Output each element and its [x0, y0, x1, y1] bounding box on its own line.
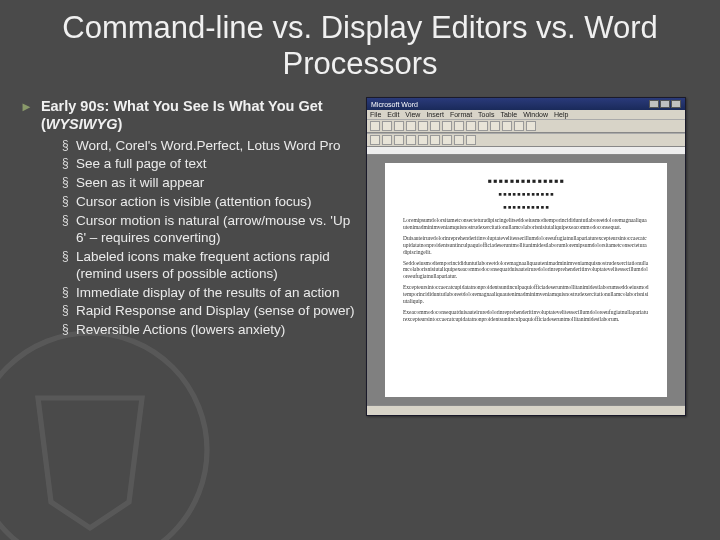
- list-item: Word, Corel's Word.Perfect, Lotus Word P…: [62, 138, 360, 155]
- menu-item: Help: [554, 111, 568, 118]
- toolbar-button-icon: [406, 135, 416, 145]
- list-item: Cursor motion is natural (arrow/mouse vs…: [62, 213, 360, 247]
- word-format-toolbar: [367, 133, 685, 147]
- slide: Command-line vs. Display Editors vs. Wor…: [0, 0, 720, 540]
- toolbar-button-icon: [370, 121, 380, 131]
- word-menubar: File Edit View Insert Format Tools Table…: [367, 110, 685, 119]
- toolbar-button-icon: [478, 121, 488, 131]
- toolbar-button-icon: [466, 121, 476, 131]
- minimize-icon: [649, 100, 659, 108]
- slide-title: Command-line vs. Display Editors vs. Wor…: [20, 10, 700, 81]
- list-item: Reversible Actions (lowers anxiety): [62, 322, 360, 339]
- toolbar-button-icon: [370, 135, 380, 145]
- toolbar-button-icon: [394, 121, 404, 131]
- menu-item: Insert: [426, 111, 444, 118]
- document-paragraph: Excepteursintoccaecatcupidatatnonproiden…: [403, 284, 649, 305]
- toolbar-button-icon: [502, 121, 512, 131]
- list-item: Seen as it will appear: [62, 175, 360, 192]
- heading-bullet: ► Early 90s: What You See Is What You Ge…: [20, 97, 360, 133]
- document-paragraph: Duisauteiruredolorinreprehenderitinvolup…: [403, 235, 649, 256]
- heading-text: Early 90s: What You See Is What You Get …: [41, 97, 360, 133]
- list-item: See a full page of text: [62, 156, 360, 173]
- list-item: Cursor action is visible (attention focu…: [62, 194, 360, 211]
- word-titlebar: Microsoft Word: [367, 98, 685, 110]
- document-paragraph: Exeacommodoconsequatduisauteiruredolorin…: [403, 309, 649, 323]
- toolbar-button-icon: [454, 135, 464, 145]
- toolbar-button-icon: [466, 135, 476, 145]
- toolbar-button-icon: [490, 121, 500, 131]
- sub-bullet-list: Word, Corel's Word.Perfect, Lotus Word P…: [62, 138, 360, 340]
- word-window-title: Microsoft Word: [371, 101, 418, 108]
- toolbar-button-icon: [454, 121, 464, 131]
- toolbar-button-icon: [430, 121, 440, 131]
- screenshot-column: Microsoft Word File Edit View Insert For…: [366, 97, 700, 416]
- ms-word-screenshot: Microsoft Word File Edit View Insert For…: [366, 97, 686, 416]
- window-controls: [649, 100, 681, 108]
- document-subheading: ■ ■ ■ ■ ■ ■ ■ ■ ■ ■: [403, 204, 649, 211]
- menu-item: Edit: [387, 111, 399, 118]
- menu-item: File: [370, 111, 381, 118]
- toolbar-button-icon: [514, 121, 524, 131]
- word-document-page: ■ ■ ■ ■ ■ ■ ■ ■ ■ ■ ■ ■ ■ ■ ■ ■ ■ ■ ■ ■ …: [385, 163, 667, 397]
- toolbar-button-icon: [430, 135, 440, 145]
- toolbar-button-icon: [382, 135, 392, 145]
- play-arrow-icon: ►: [20, 97, 33, 116]
- word-ruler: [367, 147, 685, 155]
- maximize-icon: [660, 100, 670, 108]
- toolbar-button-icon: [526, 121, 536, 131]
- toolbar-button-icon: [418, 121, 428, 131]
- list-item: Rapid Response and Display (sense of pow…: [62, 303, 360, 320]
- menu-item: Format: [450, 111, 472, 118]
- document-heading: ■ ■ ■ ■ ■ ■ ■ ■ ■ ■ ■ ■ ■ ■: [403, 177, 649, 185]
- word-page-area: ■ ■ ■ ■ ■ ■ ■ ■ ■ ■ ■ ■ ■ ■ ■ ■ ■ ■ ■ ■ …: [367, 155, 685, 405]
- document-paragraph: Seddoeiusmodtemporincididuntutlaboreetdo…: [403, 260, 649, 281]
- toolbar-button-icon: [442, 121, 452, 131]
- document-paragraph: Loremipsumdolorsitametconsecteturadipisc…: [403, 217, 649, 231]
- close-icon: [671, 100, 681, 108]
- menu-item: Tools: [478, 111, 494, 118]
- bullet-column: ► Early 90s: What You See Is What You Ge…: [20, 97, 360, 416]
- menu-item: Window: [523, 111, 548, 118]
- toolbar-button-icon: [418, 135, 428, 145]
- toolbar-button-icon: [382, 121, 392, 131]
- toolbar-button-icon: [442, 135, 452, 145]
- word-toolbar: [367, 119, 685, 133]
- slide-body: ► Early 90s: What You See Is What You Ge…: [20, 97, 700, 416]
- menu-item: View: [405, 111, 420, 118]
- word-statusbar: [367, 405, 685, 415]
- menu-item: Table: [500, 111, 517, 118]
- list-item: Immediate display of the results of an a…: [62, 285, 360, 302]
- document-subheading: ■ ■ ■ ■ ■ ■ ■ ■ ■ ■ ■ ■: [403, 191, 649, 198]
- toolbar-button-icon: [406, 121, 416, 131]
- list-item: Labeled icons make frequent actions rapi…: [62, 249, 360, 283]
- toolbar-button-icon: [394, 135, 404, 145]
